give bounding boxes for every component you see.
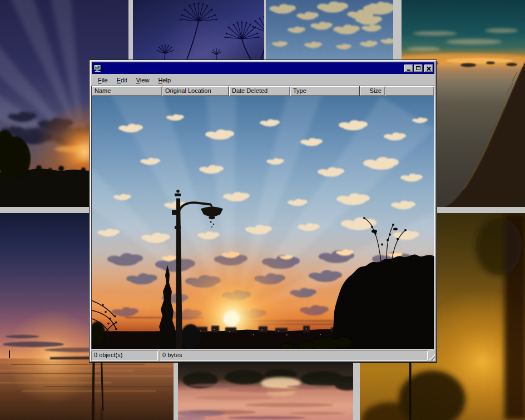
column-header-row: Name Original Location Date Deleted Type…: [92, 86, 434, 96]
menu-bar: File Edit View Help: [91, 75, 435, 86]
menu-item-view[interactable]: View: [133, 76, 153, 85]
column-header-filler[interactable]: [385, 86, 434, 96]
wallpaper-tile-dried-flowers: [133, 0, 264, 60]
menu-item-edit[interactable]: Edit: [113, 76, 131, 85]
wallpaper-tile-clouds: [266, 0, 393, 60]
title-bar[interactable]: [92, 62, 434, 74]
status-bar: 0 object(s) 0 bytes: [91, 350, 435, 360]
recycle-bin-window: File Edit View Help Name Original Locati…: [89, 60, 437, 363]
menu-item-help[interactable]: Help: [155, 76, 174, 85]
minimize-button[interactable]: [404, 65, 413, 72]
status-size: 0 bytes: [160, 350, 428, 360]
column-header-type[interactable]: Type: [290, 86, 360, 96]
sunset-lamp-photo: [92, 96, 434, 349]
close-button[interactable]: [424, 65, 433, 72]
maximize-button[interactable]: [414, 65, 423, 72]
column-header-original-location[interactable]: Original Location: [162, 86, 229, 96]
desktop[interactable]: File Edit View Help Name Original Locati…: [0, 0, 525, 420]
column-header-size[interactable]: Size: [360, 86, 385, 96]
minimize-icon: [407, 70, 410, 71]
folder-content-area[interactable]: [92, 96, 434, 349]
close-icon: [427, 66, 431, 71]
status-object-count: 0 object(s): [91, 350, 158, 360]
menu-item-file[interactable]: File: [95, 76, 111, 85]
maximize-icon: [416, 66, 420, 70]
computer-icon[interactable]: [93, 64, 102, 72]
column-header-date-deleted[interactable]: Date Deleted: [229, 86, 290, 96]
column-header-name[interactable]: Name: [92, 86, 162, 96]
resize-grip[interactable]: [428, 354, 435, 360]
list-view[interactable]: Name Original Location Date Deleted Type…: [91, 86, 435, 349]
